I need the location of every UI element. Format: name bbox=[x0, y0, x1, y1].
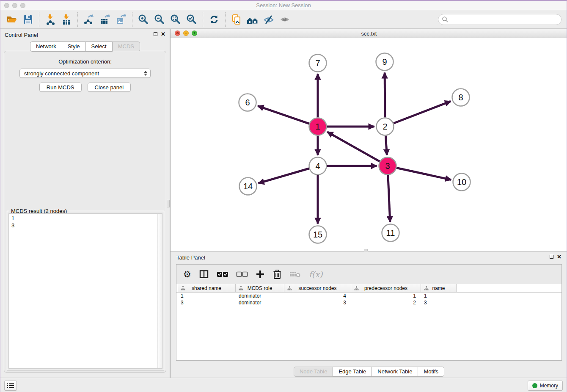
graph-node-7[interactable]: 7 bbox=[309, 55, 327, 72]
zoom-fit-button[interactable] bbox=[168, 12, 184, 27]
export-table-button[interactable] bbox=[97, 12, 113, 27]
column-header-successor-nodes[interactable]: successor nodes bbox=[284, 284, 351, 292]
table-cell[interactable]: dominator bbox=[236, 299, 284, 306]
deselect-all-button[interactable] bbox=[236, 271, 248, 278]
hide-selected-button[interactable] bbox=[261, 12, 277, 27]
graph-node-8[interactable]: 8 bbox=[452, 89, 470, 106]
clone-network-button[interactable] bbox=[228, 12, 245, 27]
graph-edge-4-14[interactable] bbox=[258, 168, 309, 183]
close-panel-button[interactable]: Close panel bbox=[88, 83, 131, 92]
graph-edge-3-1[interactable] bbox=[327, 132, 380, 162]
splitter-grip[interactable] bbox=[167, 200, 170, 207]
eye-slash-icon bbox=[263, 14, 275, 25]
result-scrollbar[interactable] bbox=[157, 214, 162, 368]
table-settings-button[interactable]: ⚙ bbox=[183, 270, 191, 279]
memory-label: Memory bbox=[540, 383, 558, 389]
close-table-panel-icon[interactable]: ✕ bbox=[557, 254, 561, 259]
graph-node-6[interactable]: 6 bbox=[239, 94, 256, 111]
table-tab-edge-table[interactable]: Edge Table bbox=[333, 367, 372, 377]
graph-edge-2-3[interactable] bbox=[385, 135, 387, 155]
zoom-selected-button[interactable] bbox=[184, 12, 200, 27]
table-row[interactable]: 3dominator323 bbox=[176, 299, 561, 306]
task-history-button[interactable] bbox=[4, 381, 17, 391]
save-session-button[interactable] bbox=[20, 12, 36, 27]
export-image-button[interactable] bbox=[113, 12, 129, 27]
svg-text:2: 2 bbox=[383, 122, 387, 131]
zoom-in-button[interactable] bbox=[135, 12, 151, 27]
table-tab-motifs[interactable]: Motifs bbox=[418, 367, 444, 377]
add-column-button[interactable] bbox=[256, 270, 265, 279]
table-cell[interactable]: 1 bbox=[351, 293, 421, 299]
search-input[interactable] bbox=[449, 15, 561, 24]
show-all-button[interactable] bbox=[277, 12, 293, 27]
run-mcds-button[interactable]: Run MCDS bbox=[39, 83, 82, 92]
window-title: Session: New Session bbox=[0, 2, 567, 8]
graph-node-15[interactable]: 15 bbox=[309, 226, 327, 243]
zoom-out-button[interactable] bbox=[151, 12, 168, 27]
table-cell[interactable]: 4 bbox=[284, 293, 351, 299]
graph-edge-1-6[interactable] bbox=[258, 106, 309, 124]
split-panel-button[interactable] bbox=[199, 270, 209, 279]
close-panel-icon[interactable]: ✕ bbox=[161, 32, 165, 36]
graph-node-10[interactable]: 10 bbox=[453, 174, 471, 191]
table-cell[interactable]: 2 bbox=[351, 299, 421, 306]
float-panel-icon[interactable] bbox=[154, 32, 157, 36]
graph-node-3[interactable]: 3 bbox=[379, 157, 396, 175]
float-table-panel-icon[interactable] bbox=[550, 255, 553, 259]
function-builder-button[interactable]: f(x) bbox=[309, 270, 323, 279]
graph-edge-2-8[interactable] bbox=[394, 101, 451, 123]
svg-text:15: 15 bbox=[313, 230, 322, 239]
column-header-label: successor nodes bbox=[298, 285, 336, 291]
column-header-label: predecessor nodes bbox=[364, 285, 407, 291]
select-all-button[interactable] bbox=[217, 271, 228, 278]
graph-edge-3-10[interactable] bbox=[396, 168, 451, 180]
import-network-button[interactable] bbox=[42, 12, 58, 27]
export-network-button[interactable] bbox=[81, 12, 97, 27]
graph-node-11[interactable]: 11 bbox=[382, 224, 399, 242]
node-table: shared nameMCDS rolesuccessor nodesprede… bbox=[176, 284, 561, 360]
import-table-button[interactable] bbox=[58, 12, 74, 27]
tab-select[interactable]: Select bbox=[85, 41, 113, 52]
table-cell[interactable]: 1 bbox=[421, 293, 457, 299]
graph-node-14[interactable]: 14 bbox=[239, 178, 257, 195]
table-cell[interactable]: 3 bbox=[178, 299, 236, 306]
tree-hierarchy-icon bbox=[354, 286, 359, 290]
tab-network[interactable]: Network bbox=[30, 41, 62, 52]
tab-style[interactable]: Style bbox=[62, 41, 86, 52]
tree-hierarchy-icon bbox=[239, 286, 243, 290]
graph-edge-2-9[interactable] bbox=[385, 72, 385, 117]
table-cell[interactable]: dominator bbox=[236, 293, 284, 299]
table-tab-network-table[interactable]: Network Table bbox=[372, 367, 418, 377]
eye-icon bbox=[279, 14, 291, 25]
titlebar: Session: New Session bbox=[0, 1, 567, 10]
network-canvas-svg[interactable]: 7968124314101511 bbox=[171, 38, 567, 251]
table-cell[interactable]: 3 bbox=[284, 299, 351, 306]
column-header-predecessor-nodes[interactable]: predecessor nodes bbox=[351, 284, 421, 292]
column-header-shared-name[interactable]: shared name bbox=[178, 284, 236, 292]
tab-mcds[interactable]: MCDS bbox=[112, 41, 140, 52]
toolbar-separator bbox=[225, 12, 226, 27]
mcds-panel: Optimization criterion: strongly connect… bbox=[4, 51, 166, 373]
open-session-button[interactable] bbox=[4, 12, 20, 27]
table-tab-node-table[interactable]: Node Table bbox=[294, 367, 333, 377]
graph-node-9[interactable]: 9 bbox=[376, 53, 394, 71]
optimization-criterion-select[interactable]: strongly connected component bbox=[19, 69, 151, 78]
memory-button[interactable]: Memory bbox=[528, 381, 563, 391]
first-neighbors-button[interactable] bbox=[245, 12, 261, 27]
delete-table-button[interactable] bbox=[289, 271, 301, 278]
graph-edge-3-11[interactable] bbox=[388, 175, 390, 222]
graph-node-4[interactable]: 4 bbox=[309, 157, 327, 175]
table-cell[interactable]: 3 bbox=[421, 299, 457, 306]
search-box[interactable] bbox=[438, 14, 561, 25]
table-cell[interactable]: 1 bbox=[178, 293, 236, 299]
delete-column-button[interactable] bbox=[272, 269, 282, 279]
apply-layout-button[interactable] bbox=[206, 12, 222, 27]
mcds-result-text[interactable]: 1 3 bbox=[8, 213, 162, 369]
optimization-criterion-value: strongly connected component bbox=[24, 70, 143, 77]
column-header-MCDS-role[interactable]: MCDS role bbox=[236, 284, 284, 292]
graph-node-2[interactable]: 2 bbox=[377, 118, 394, 135]
column-header-name[interactable]: name bbox=[421, 284, 457, 292]
table-row[interactable]: 1dominator411 bbox=[176, 293, 561, 299]
split-panel-icon bbox=[199, 270, 209, 279]
graph-node-1[interactable]: 1 bbox=[309, 118, 327, 135]
